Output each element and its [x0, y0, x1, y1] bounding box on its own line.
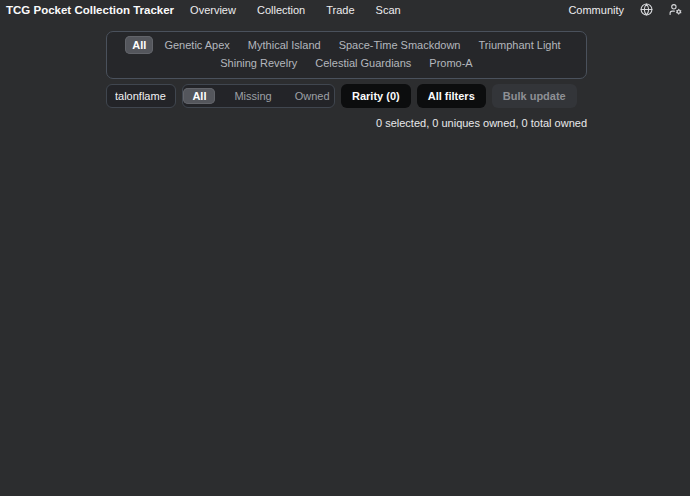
rarity-filter-button[interactable]: Rarity (0) — [341, 84, 411, 108]
ownership-tab-list: All Missing Owned — [182, 84, 335, 108]
ownership-tab-owned[interactable]: Owned — [291, 88, 334, 104]
main-content: All Genetic Apex Mythical Island Space-T… — [106, 31, 587, 129]
nav-item-collection[interactable]: Collection — [257, 4, 305, 16]
expansion-tab-genetic-apex[interactable]: Genetic Apex — [157, 36, 236, 54]
search-input[interactable] — [106, 84, 176, 108]
nav-item-scan[interactable]: Scan — [376, 4, 401, 16]
bulk-update-button[interactable]: Bulk update — [492, 84, 577, 108]
ownership-tab-missing[interactable]: Missing — [230, 88, 275, 104]
expansion-tab-promo-a[interactable]: Promo-A — [422, 54, 479, 72]
user-cog-icon[interactable] — [668, 3, 682, 17]
globe-icon[interactable] — [639, 3, 653, 17]
expansion-tab-shining-revelry[interactable]: Shining Revelry — [213, 54, 304, 72]
top-navigation-bar: TCG Pocket Collection Tracker Overview C… — [0, 0, 690, 19]
nav-item-overview[interactable]: Overview — [190, 4, 236, 16]
ownership-tab-all[interactable]: All — [183, 88, 215, 104]
app-title: TCG Pocket Collection Tracker — [6, 4, 174, 16]
expansion-tab-space-time-smackdown[interactable]: Space-Time Smackdown — [332, 36, 468, 54]
collection-stats-summary: 0 selected, 0 uniques owned, 0 total own… — [106, 117, 587, 129]
expansion-tab-all[interactable]: All — [125, 36, 153, 54]
topbar-right: Community — [568, 3, 682, 17]
expansion-tab-mythical-island[interactable]: Mythical Island — [241, 36, 328, 54]
expansion-tab-list: All Genetic Apex Mythical Island Space-T… — [106, 31, 587, 79]
main-nav: Overview Collection Trade Scan — [190, 4, 401, 16]
filter-toolbar: All Missing Owned Rarity (0) All filters… — [106, 84, 587, 108]
all-filters-button[interactable]: All filters — [417, 84, 486, 108]
expansion-tab-celestial-guardians[interactable]: Celestial Guardians — [308, 54, 418, 72]
expansion-tab-triumphant-light[interactable]: Triumphant Light — [471, 36, 567, 54]
nav-item-community[interactable]: Community — [568, 4, 624, 16]
nav-item-trade[interactable]: Trade — [326, 4, 354, 16]
